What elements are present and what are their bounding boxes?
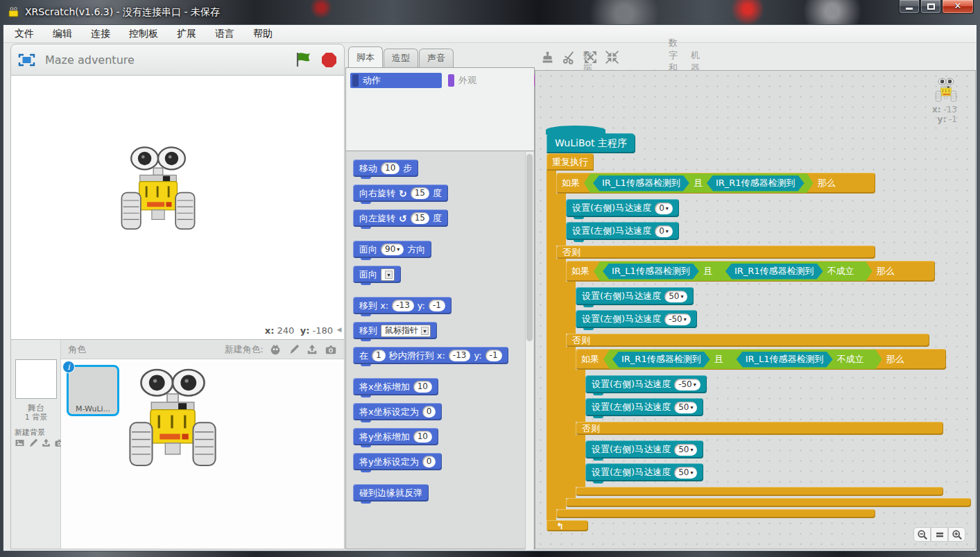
if-else-block-2[interactable]: 如果 IR_L1传感器检测到 且 IR_R1传感器检测到 不成立 — [566, 261, 971, 507]
block-change-y[interactable]: 将y坐标增加 10 — [353, 428, 438, 445]
upload-sprite-icon[interactable] — [306, 343, 318, 356]
sensor-ir-l1[interactable]: IR_L1传感器检测到 — [603, 264, 699, 280]
sensor-ir-l1[interactable]: IR_L1传感器检测到 — [593, 175, 689, 191]
sensor-ir-r1[interactable]: IR_R1传感器检测到 — [612, 352, 710, 368]
block-turn-left[interactable]: 向左旋转 ↺ 15 度 — [353, 209, 448, 227]
category-motion[interactable]: 动作 — [350, 73, 442, 88]
target-dropdown[interactable]: ▾ — [381, 268, 395, 281]
number-input[interactable]: 15 — [411, 187, 429, 199]
number-input[interactable]: 10 — [413, 381, 432, 393]
palette-scrollbar[interactable] — [525, 152, 533, 549]
block-move-steps[interactable]: 移动 10 步 — [353, 160, 418, 177]
number-dropdown[interactable]: 90▾ — [381, 243, 404, 255]
number-input[interactable]: -13 — [392, 300, 414, 311]
set-right-motor-block[interactable]: 设置(右侧)马达速度 -50▾ — [585, 375, 707, 393]
if-else-block-1[interactable]: 如果 IR_L1传感器检测到 且 IR_R1传感器检测到 那么 — [556, 173, 971, 518]
speed-dropdown[interactable]: 50▾ — [664, 291, 687, 302]
category-looks[interactable]: 外观 — [446, 73, 532, 88]
menu-file[interactable]: 文件 — [15, 28, 34, 40]
close-button[interactable]: ✕ — [942, 0, 974, 14]
number-input[interactable]: 10 — [413, 431, 432, 443]
shrink-sprite-icon[interactable] — [605, 50, 619, 65]
if-end-bar-3[interactable] — [576, 487, 943, 496]
block-set-y[interactable]: 将y坐标设定为 0 — [353, 453, 442, 470]
set-left-motor-block[interactable]: 设置(左侧)马达速度 0▾ — [566, 222, 679, 240]
zoom-reset-button[interactable] — [931, 527, 948, 542]
menu-edit[interactable]: 编辑 — [53, 28, 72, 40]
set-left-motor-block[interactable]: 设置(左侧)马达速度 -50▾ — [576, 310, 697, 328]
menu-language[interactable]: 语言 — [215, 28, 234, 40]
if-end-bar-2[interactable] — [566, 498, 971, 507]
hat-block-main-program[interactable]: WuLiBot 主程序 — [547, 133, 635, 153]
target-dropdown[interactable]: 鼠标指针▾ — [381, 325, 431, 337]
script-canvas[interactable]: x: -13 y: -1 WuLiBot 主程序 重复执行 如果 — [535, 70, 976, 549]
set-left-motor-block[interactable]: 设置(左侧)马达速度 50▾ — [585, 463, 703, 481]
paint-backdrop-icon[interactable] — [28, 438, 38, 448]
speed-dropdown[interactable]: -50▾ — [674, 379, 700, 391]
block-goto-xy[interactable]: 移到 x: -13 y: -1 — [353, 297, 452, 314]
forever-header[interactable]: 重复执行 — [547, 153, 594, 171]
stop-button[interactable] — [321, 52, 337, 68]
menu-board[interactable]: 控制板 — [129, 28, 158, 40]
sensor-ir-l1[interactable]: IR_L1传感器检测到 — [737, 352, 833, 368]
presentation-mode-icon[interactable] — [18, 53, 35, 67]
menu-help[interactable]: 帮助 — [253, 28, 273, 40]
collapse-stage-chevron-icon[interactable]: ◀ — [334, 326, 344, 333]
number-input[interactable]: -13 — [449, 350, 471, 361]
forever-block[interactable]: 重复执行 如果 IR_L1传感器检测到 且 IR_R1传感器检测到 — [547, 153, 971, 531]
number-input[interactable]: -1 — [429, 300, 445, 311]
menu-extension[interactable]: 扩展 — [177, 28, 196, 40]
number-input[interactable]: 0 — [422, 406, 436, 418]
camera-sprite-icon[interactable] — [325, 343, 337, 356]
block-glide[interactable]: 在 1 秒内滑行到 x: -13 y: -1 — [353, 347, 508, 364]
not-operator[interactable]: IR_R1传感器检测到 不成立 — [716, 262, 863, 281]
sprite-card-selected[interactable]: M-WuLi... i — [67, 365, 119, 416]
stage-thumbnail[interactable] — [15, 359, 57, 399]
zoom-out-button[interactable] — [913, 527, 931, 542]
speed-dropdown[interactable]: 50▾ — [674, 467, 697, 479]
number-input[interactable]: 15 — [411, 212, 429, 224]
speed-dropdown[interactable]: 0▾ — [655, 225, 673, 237]
number-input[interactable]: 0 — [422, 456, 436, 468]
and-operator[interactable]: IR_R1传感器检测到 且 IR_L1传感器检测到 不成立 — [603, 350, 882, 369]
if-header-3[interactable]: 如果 IR_R1传感器检测到 且 IR_L1传感器检测到 不成立 — [576, 349, 946, 370]
paint-sprite-icon[interactable] — [288, 343, 300, 355]
sensor-ir-r1[interactable]: IR_R1传感器检测到 — [707, 175, 805, 191]
upload-backdrop-icon[interactable] — [41, 438, 51, 448]
tab-scripts[interactable]: 脚本 — [348, 46, 383, 67]
not-operator[interactable]: IR_L1传感器检测到 不成立 — [728, 350, 873, 369]
number-input[interactable]: -1 — [485, 350, 502, 361]
block-goto-target[interactable]: 移到 鼠标指针▾ — [353, 322, 437, 339]
minimize-button[interactable] — [899, 0, 920, 14]
block-change-x[interactable]: 将x坐标增加 10 — [353, 378, 438, 395]
sprite-library-icon[interactable] — [269, 343, 282, 356]
block-bounce-on-edge[interactable]: 碰到边缘就反弹 — [353, 484, 429, 502]
title-bar[interactable]: XRScratch(v1.6.3) - 没有连接串口 - 未保存 ✕ — [0, 0, 980, 24]
block-set-x[interactable]: 将x坐标设定为 0 — [353, 403, 442, 420]
and-operator[interactable]: IR_L1传感器检测到 且 IR_R1传感器检测到 不成立 — [594, 262, 872, 281]
else-bar-1[interactable]: 否则 — [556, 246, 875, 259]
speed-dropdown[interactable]: 0▾ — [655, 203, 673, 214]
speed-dropdown[interactable]: 50▾ — [674, 444, 697, 456]
set-right-motor-block[interactable]: 设置(右侧)马达速度 50▾ — [585, 440, 703, 459]
number-input[interactable]: 1 — [372, 350, 386, 361]
robot-sprite[interactable] — [114, 145, 203, 234]
script-stack[interactable]: WuLiBot 主程序 重复执行 如果 IR_L1传感器检测到 且 — [547, 125, 971, 531]
if-else-block-3[interactable]: 如果 IR_R1传感器检测到 且 IR_L1传感器检测到 不成立 — [576, 349, 971, 496]
grow-sprite-icon[interactable] — [583, 50, 598, 65]
backdrop-library-icon[interactable] — [15, 438, 25, 448]
speed-dropdown[interactable]: -50▾ — [664, 314, 691, 325]
forever-bottom-bar[interactable]: ↰ — [547, 520, 588, 531]
stage-canvas[interactable] — [10, 76, 345, 325]
set-right-motor-block[interactable]: 设置(右侧)马达速度 0▾ — [566, 199, 679, 217]
set-right-motor-block[interactable]: 设置(右侧)马达速度 50▾ — [576, 287, 694, 305]
and-operator[interactable]: IR_L1传感器检测到 且 IR_R1传感器检测到 — [584, 173, 814, 193]
tab-sounds[interactable]: 声音 — [419, 49, 454, 67]
if-header-1[interactable]: 如果 IR_L1传感器检测到 且 IR_R1传感器检测到 那么 — [556, 173, 875, 194]
speed-dropdown[interactable]: 50▾ — [674, 402, 697, 413]
else-bar-2[interactable]: 否则 — [566, 334, 929, 347]
maximize-button[interactable] — [920, 0, 941, 14]
if-header-2[interactable]: 如果 IR_L1传感器检测到 且 IR_R1传感器检测到 不成立 — [566, 261, 935, 282]
if-end-bar-1[interactable] — [556, 509, 875, 518]
block-turn-right[interactable]: 向右旋转 ↻ 15 度 — [353, 185, 448, 202]
